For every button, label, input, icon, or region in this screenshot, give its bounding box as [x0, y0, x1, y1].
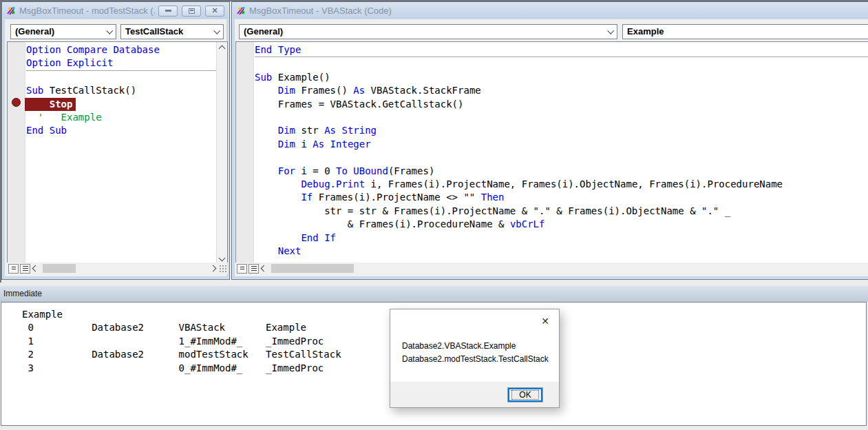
minimize-button[interactable] [158, 6, 178, 17]
chevron-down-icon [213, 28, 220, 34]
resize-grip[interactable] [218, 264, 227, 273]
vba-module-icon [235, 6, 246, 17]
scroll-right-icon [209, 265, 216, 272]
dialog-close-button[interactable]: ✕ [537, 314, 553, 329]
scroll-right-button[interactable] [208, 263, 218, 274]
scrollbar-track[interactable] [40, 263, 208, 274]
scroll-left-button[interactable] [30, 263, 40, 274]
left-window-titlebar[interactable]: MsgBoxTimeout - modTestStack (... ✕ [3, 3, 229, 19]
right-window-titlebar[interactable]: MsgBoxTimeout - VBAStack (Code) [233, 3, 868, 19]
ok-button-label: OK [511, 390, 538, 400]
right-window-client: (General) Example End Type Sub Example()… [235, 19, 868, 276]
procedure-view-button[interactable] [237, 264, 247, 274]
scroll-left-icon [32, 265, 39, 272]
procedure-view-icon [240, 267, 244, 271]
chevron-down-icon [607, 28, 614, 34]
horizontal-scrollbar[interactable] [7, 263, 228, 274]
scrollbar-thumb[interactable] [43, 264, 76, 273]
code-text[interactable]: End Type Sub Example() Dim Frames() As V… [255, 43, 868, 258]
close-button[interactable]: ✕ [205, 6, 224, 17]
object-dropdown-value: (General) [15, 26, 54, 37]
full-module-view-icon [251, 266, 257, 272]
object-dropdown[interactable]: (General) [10, 24, 116, 39]
object-dropdown[interactable]: (General) [239, 24, 617, 39]
full-module-view-icon [23, 266, 28, 272]
object-dropdown-value: (General) [244, 26, 283, 37]
code-editor[interactable]: End Type Sub Example() Dim Frames() As V… [235, 41, 868, 265]
scroll-up-icon[interactable] [219, 45, 226, 52]
chevron-down-icon [106, 28, 113, 34]
scrollbar-thumb[interactable] [271, 264, 354, 273]
immediate-pane-header[interactable]: Immediate [0, 285, 868, 302]
procedure-view-button[interactable] [8, 264, 19, 274]
message-box-dialog: ✕ Database2.VBAStack.Example Database2.m… [390, 309, 560, 408]
restore-button[interactable] [182, 6, 201, 17]
right-window-title: MsgBoxTimeout - VBAStack (Code) [249, 6, 867, 16]
close-icon: ✕ [211, 7, 218, 14]
code-window-modteststack: MsgBoxTimeout - modTestStack (... ✕ (Gen… [1, 1, 230, 280]
dialog-message: Database2.VBAStack.Example Database2.mod… [402, 340, 549, 366]
breakpoint-margin[interactable] [236, 42, 254, 265]
scroll-left-icon [260, 265, 267, 272]
vertical-scrollbar[interactable] [216, 42, 227, 265]
scrollbar-track[interactable] [268, 263, 868, 274]
minimize-icon [165, 10, 171, 12]
procedure-dropdown-value: TestCallStack [125, 26, 183, 37]
procedure-dropdown[interactable]: TestCallStack [120, 24, 224, 39]
code-text[interactable]: Option Compare DatabaseOption Explicit S… [26, 43, 216, 138]
full-module-view-button[interactable] [248, 264, 259, 274]
code-editor[interactable]: Option Compare DatabaseOption Explicit S… [7, 41, 228, 265]
restore-icon [189, 8, 195, 14]
breakpoint-indicator[interactable] [12, 98, 21, 107]
close-icon: ✕ [541, 316, 549, 327]
horizontal-scrollbar[interactable] [235, 263, 868, 274]
full-module-view-button[interactable] [20, 264, 30, 274]
scroll-left-button[interactable] [259, 263, 268, 274]
procedure-view-icon [12, 267, 16, 271]
left-window-title: MsgBoxTimeout - modTestStack (... [19, 6, 156, 16]
scroll-down-icon[interactable] [219, 255, 226, 262]
dialog-footer: OK [390, 382, 559, 407]
ok-button[interactable]: OK [508, 388, 542, 402]
code-window-vbastack: MsgBoxTimeout - VBAStack (Code) (General… [231, 1, 868, 280]
immediate-output[interactable]: Example 0 Database2 VBAStack Example 1 1… [22, 308, 341, 375]
procedure-dropdown-value: Example [627, 26, 664, 37]
left-window-client: (General) TestCallStack Option Compare D… [5, 19, 226, 276]
vba-module-icon [6, 6, 17, 17]
procedure-dropdown[interactable]: Example [622, 24, 868, 39]
breakpoint-margin[interactable] [8, 42, 25, 265]
